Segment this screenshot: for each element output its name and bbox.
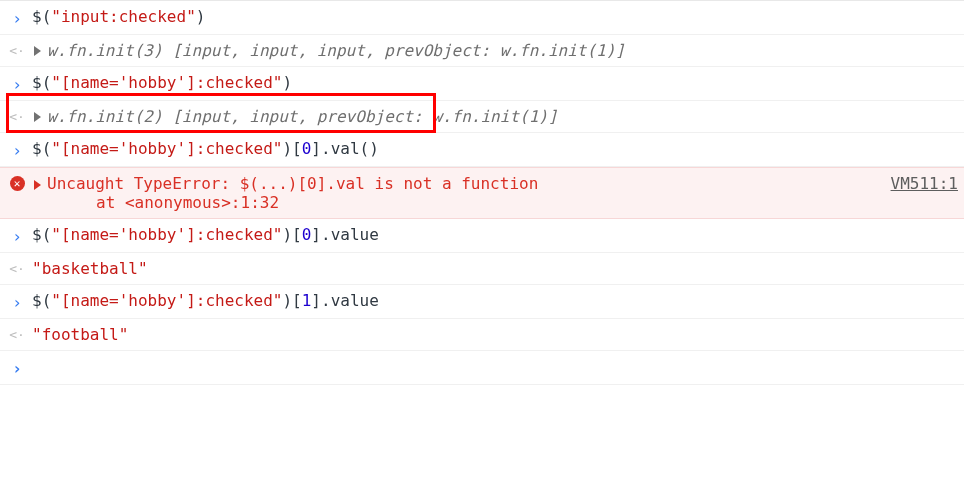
output-arrow-icon: <· bbox=[4, 107, 30, 124]
console-output-line[interactable]: <· w.fn.init(3) [input, input, input, pr… bbox=[0, 35, 964, 67]
console-output-line[interactable]: <· w.fn.init(2) [input, input, prevObjec… bbox=[0, 101, 964, 133]
input-prompt-icon: › bbox=[4, 291, 30, 312]
console-output-line[interactable]: <· "football" bbox=[0, 319, 964, 351]
console-error-line[interactable]: ✕ Uncaught TypeError: $(...)[0].val is n… bbox=[0, 167, 964, 219]
input-prompt-icon: › bbox=[4, 7, 30, 28]
input-prompt-icon: › bbox=[4, 357, 30, 378]
console-input-line[interactable]: › $("[name='hobby']:checked")[0].value bbox=[0, 219, 964, 253]
input-prompt-icon: › bbox=[4, 73, 30, 94]
output-text: w.fn.init(2) [input, input, prevObject: … bbox=[30, 107, 958, 126]
console-input-line[interactable]: › $("input:checked") bbox=[0, 1, 964, 35]
console-log: › $("input:checked") <· w.fn.init(3) [in… bbox=[0, 0, 964, 385]
console-output-line[interactable]: <· "basketball" bbox=[0, 253, 964, 285]
error-source-link[interactable]: VM511:1 bbox=[891, 174, 958, 193]
output-text: "basketball" bbox=[30, 259, 958, 278]
console-input-line[interactable]: › $("[name='hobby']:checked")[1].value bbox=[0, 285, 964, 319]
code-text: $("input:checked") bbox=[30, 7, 958, 26]
stack-trace: at <anonymous>:1:32 bbox=[32, 193, 279, 212]
output-text: w.fn.init(3) [input, input, input, prevO… bbox=[30, 41, 958, 60]
input-prompt-icon: › bbox=[4, 225, 30, 246]
code-text: $("[name='hobby']:checked") bbox=[30, 73, 958, 92]
code-text: $("[name='hobby']:checked")[1].value bbox=[30, 291, 958, 310]
console-input-line[interactable]: › $("[name='hobby']:checked")[0].val() bbox=[0, 133, 964, 167]
output-arrow-icon: <· bbox=[4, 325, 30, 342]
disclosure-triangle-icon[interactable] bbox=[34, 180, 41, 190]
error-text: Uncaught TypeError: $(...)[0].val is not… bbox=[30, 174, 958, 212]
code-text: $("[name='hobby']:checked")[0].value bbox=[30, 225, 958, 244]
error-icon: ✕ bbox=[4, 174, 30, 191]
output-text: "football" bbox=[30, 325, 958, 344]
input-prompt-icon: › bbox=[4, 139, 30, 160]
output-arrow-icon: <· bbox=[4, 41, 30, 58]
output-arrow-icon: <· bbox=[4, 259, 30, 276]
console-input-line[interactable]: › $("[name='hobby']:checked") bbox=[0, 67, 964, 101]
console-active-prompt[interactable]: › bbox=[0, 351, 964, 385]
disclosure-triangle-icon[interactable] bbox=[34, 46, 41, 56]
code-text: $("[name='hobby']:checked")[0].val() bbox=[30, 139, 958, 158]
disclosure-triangle-icon[interactable] bbox=[34, 112, 41, 122]
